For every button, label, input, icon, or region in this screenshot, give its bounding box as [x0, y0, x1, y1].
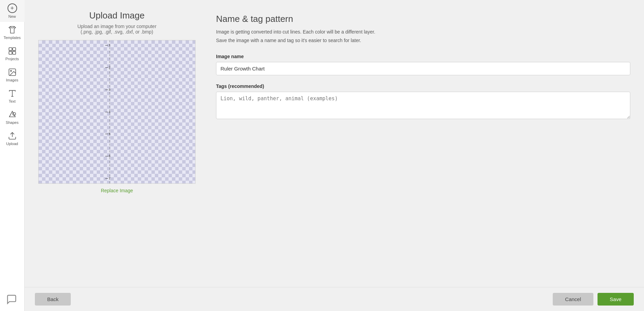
subtitle-line2: (.png, .jpg, .gif, .svg, .dxf, or .bmp) — [81, 29, 153, 35]
content-area: Upload Image Upload an image from your c… — [25, 0, 644, 287]
ruler-tick-6: 6 — [105, 155, 116, 158]
sidebar-shapes-label: Shapes — [6, 120, 18, 125]
upload-title: Upload Image — [89, 10, 145, 21]
sidebar-item-new[interactable]: + New — [0, 0, 25, 22]
ruler-tick-1: 1 — [105, 44, 116, 47]
sidebar-projects-label: Projects — [5, 57, 19, 61]
tags-input[interactable] — [216, 92, 630, 119]
svg-rect-2 — [9, 51, 12, 54]
svg-rect-0 — [9, 48, 12, 51]
ruler-tick-7: 7 — [105, 177, 116, 180]
footer-right-buttons: Cancel Save — [553, 293, 634, 306]
plus-circle-icon: + — [8, 3, 17, 13]
chat-icon[interactable] — [6, 294, 17, 305]
ruler-line — [109, 40, 110, 183]
image-icon — [8, 68, 17, 77]
sidebar-item-templates[interactable]: Templates — [0, 22, 25, 43]
svg-marker-6 — [9, 111, 15, 117]
sidebar-item-projects[interactable]: Projects — [0, 43, 25, 64]
ruler-tick-3: 3 — [105, 88, 116, 91]
svg-rect-3 — [13, 51, 16, 54]
grid-icon — [8, 47, 17, 55]
pattern-title: Name & tag pattern — [216, 14, 630, 24]
sidebar-upload-label: Upload — [6, 142, 18, 146]
upload-subtitle: Upload an image from your computer (.png… — [77, 24, 156, 35]
sidebar-item-shapes[interactable]: Shapes — [0, 107, 25, 128]
info-text-1: Image is getting converted into cut line… — [216, 28, 630, 36]
upload-icon — [8, 131, 17, 140]
ruler-tick-4: 4 — [105, 111, 116, 114]
sidebar-item-text[interactable]: Text — [0, 86, 25, 107]
sidebar: + New Templates Projects — [0, 0, 25, 311]
sidebar-item-upload[interactable]: Upload — [0, 128, 25, 149]
cancel-button[interactable]: Cancel — [553, 293, 593, 306]
image-name-input[interactable] — [216, 62, 630, 75]
sidebar-images-label: Images — [6, 78, 18, 82]
subtitle-line1: Upload an image from your computer — [77, 24, 156, 29]
sidebar-templates-label: Templates — [3, 36, 21, 40]
main-area: Upload Image Upload an image from your c… — [25, 0, 644, 311]
text-icon — [8, 89, 17, 98]
ruler-tick-2: 2 — [105, 66, 116, 69]
info-text-2: Save the image with a name and tag so it… — [216, 37, 630, 44]
footer: Back Cancel Save — [25, 287, 644, 311]
sidebar-new-label: New — [8, 14, 16, 18]
shapes-icon — [8, 110, 17, 119]
sidebar-text-label: Text — [9, 99, 15, 103]
image-name-label: Image name — [216, 54, 630, 59]
save-button[interactable]: Save — [598, 293, 634, 306]
svg-rect-1 — [13, 48, 16, 51]
back-button[interactable]: Back — [35, 293, 71, 306]
sidebar-item-images[interactable]: Images — [0, 64, 25, 86]
svg-point-5 — [10, 70, 11, 72]
ruler-tick-5: 5 — [105, 132, 116, 135]
upload-panel: Upload Image Upload an image from your c… — [38, 10, 196, 277]
ruler: 7 6 5 4 3 2 — [105, 40, 116, 183]
image-preview: 7 6 5 4 3 2 — [38, 40, 196, 184]
tags-label: Tags (recommended) — [216, 83, 630, 89]
replace-image-link[interactable]: Replace Image — [101, 188, 133, 193]
name-tag-panel: Name & tag pattern Image is getting conv… — [216, 10, 630, 277]
shirt-icon — [8, 25, 17, 34]
